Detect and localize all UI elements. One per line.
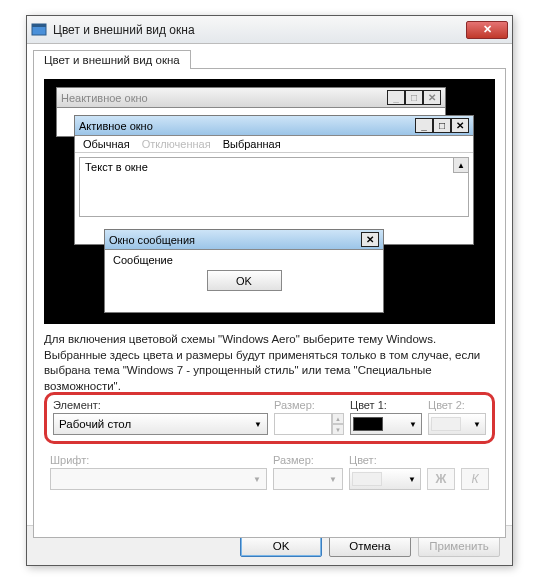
element-settings-row: Элемент: Рабочий стол ▼ Размер: ▲▼ Цвет … [44, 392, 495, 444]
font-settings-row: Шрифт: ▼ Размер: ▼ Цвет: ▼ Ж К [44, 454, 495, 490]
font-color-picker: ▼ [349, 468, 421, 490]
color1-label: Цвет 1: [350, 399, 422, 411]
color1-swatch [353, 417, 383, 431]
size-spinner: ▲▼ [274, 413, 344, 435]
msgbox-text: Сообщение [113, 254, 173, 266]
chevron-down-icon: ▼ [329, 475, 337, 484]
inactive-window-title: Неактивное окно [61, 92, 148, 104]
chevron-down-icon: ▼ [253, 475, 261, 484]
font-size-label: Размер: [273, 454, 343, 466]
close-button[interactable]: ✕ [466, 21, 508, 39]
font-combobox: ▼ [50, 468, 267, 490]
msgbox-ok-button[interactable]: OK [207, 270, 282, 291]
close-icon: ✕ [423, 90, 441, 105]
preview-active-window[interactable]: Активное окно _ □ ✕ Обычная Отключенная … [74, 115, 474, 245]
preview-message-box[interactable]: Окно сообщения ✕ Сообщение OK [104, 229, 384, 313]
close-icon: ✕ [483, 23, 492, 36]
font-label: Шрифт: [50, 454, 267, 466]
tab-appearance[interactable]: Цвет и внешний вид окна [33, 50, 191, 69]
font-color-label: Цвет: [349, 454, 421, 466]
scroll-up-icon[interactable]: ▲ [453, 158, 468, 173]
maximize-icon: □ [405, 90, 423, 105]
spin-down-icon: ▼ [332, 424, 344, 435]
chevron-down-icon: ▼ [408, 475, 418, 484]
color2-label: Цвет 2: [428, 399, 486, 411]
color2-picker: ▼ [428, 413, 486, 435]
menu-selected[interactable]: Выбранная [223, 138, 281, 150]
close-icon: ✕ [361, 232, 379, 247]
dialog-window: Цвет и внешний вид окна ✕ Цвет и внешний… [26, 15, 513, 566]
element-label: Элемент: [53, 399, 268, 411]
font-size-combobox: ▼ [273, 468, 343, 490]
preview-menubar: Обычная Отключенная Выбранная [75, 136, 473, 153]
window-title: Цвет и внешний вид окна [53, 23, 466, 37]
textarea-text: Текст в окне [85, 161, 148, 173]
tab-strip: Цвет и внешний вид окна Неактивное окно … [33, 50, 506, 538]
description-text: Для включения цветовой схемы "Windows Ae… [44, 332, 495, 390]
minimize-icon: _ [415, 118, 433, 133]
chevron-down-icon: ▼ [254, 420, 262, 429]
preview-textarea[interactable]: Текст в окне ▲ [79, 157, 469, 217]
minimize-icon: _ [387, 90, 405, 105]
element-value: Рабочий стол [59, 418, 131, 430]
menu-normal[interactable]: Обычная [83, 138, 130, 150]
color1-picker[interactable]: ▼ [350, 413, 422, 435]
size-label: Размер: [274, 399, 344, 411]
spin-up-icon: ▲ [332, 413, 344, 424]
preview-area: Неактивное окно _ □ ✕ Активное окно _ [44, 79, 495, 324]
size-input [274, 413, 332, 435]
close-icon: ✕ [451, 118, 469, 133]
chevron-down-icon: ▼ [409, 420, 419, 429]
element-combobox[interactable]: Рабочий стол ▼ [53, 413, 268, 435]
titlebar[interactable]: Цвет и внешний вид окна ✕ [27, 16, 512, 44]
tab-content: Неактивное окно _ □ ✕ Активное окно _ [33, 68, 506, 538]
system-icon [31, 22, 47, 38]
maximize-icon: □ [433, 118, 451, 133]
active-window-title: Активное окно [79, 120, 153, 132]
msgbox-title: Окно сообщения [109, 234, 195, 246]
bold-button: Ж [427, 468, 455, 490]
color2-swatch [431, 417, 461, 431]
italic-button: К [461, 468, 489, 490]
menu-disabled: Отключенная [142, 138, 211, 150]
font-color-swatch [352, 472, 382, 486]
chevron-down-icon: ▼ [473, 420, 483, 429]
svg-rect-1 [32, 24, 46, 27]
